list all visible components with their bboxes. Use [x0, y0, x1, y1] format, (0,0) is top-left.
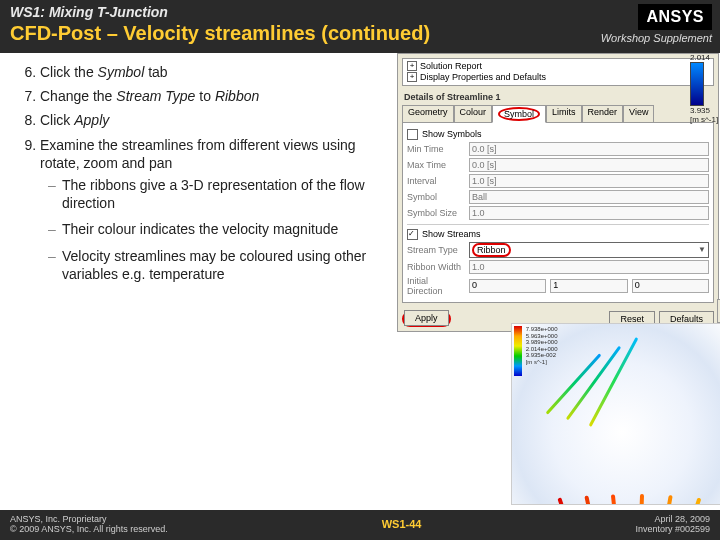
streamline-render: 7.938e+000 5.963e+000 3.989e+000 2.014e+…	[511, 323, 720, 505]
render-legend: 7.938e+000 5.963e+000 3.989e+000 2.014e+…	[514, 326, 558, 376]
color-scale: 2.014 3.935 [m s^-1]	[690, 53, 720, 117]
show-symbols-label: Show Symbols	[422, 129, 482, 139]
max-time-label: Max Time	[407, 160, 465, 170]
apply-button[interactable]: Apply	[404, 310, 449, 326]
footer-left: ANSYS, Inc. Proprietary © 2009 ANSYS, In…	[10, 514, 168, 534]
screenshot-column: +Solution Report +Display Properties and…	[383, 53, 720, 291]
init-dir-label: Initial Direction	[407, 276, 465, 296]
step-9: Examine the streamlines from different v…	[40, 136, 379, 283]
step-list: Click the Symbol tab Change the Stream T…	[24, 63, 379, 283]
show-streams-checkbox[interactable]	[407, 229, 418, 240]
ribbon-stroke	[611, 494, 633, 505]
expand-icon[interactable]: +	[407, 72, 417, 82]
ribbon-stroke	[584, 495, 623, 505]
ribbon-stroke	[647, 497, 702, 505]
footer-right: April 28, 2009 Inventory #002599	[635, 514, 710, 534]
init-dir-y[interactable]: 1	[550, 279, 627, 293]
symbol-select[interactable]: Ball	[469, 190, 709, 204]
symbol-label: Symbol	[407, 192, 465, 202]
instructions-column: Click the Symbol tab Change the Stream T…	[0, 53, 383, 291]
min-time-input[interactable]: 0.0 [s]	[469, 142, 709, 156]
sub-1: The ribbons give a 3-D representation of…	[48, 176, 379, 212]
apply-highlight: Apply	[402, 311, 451, 327]
slide: WS1: Mixing T-Junction CFD-Post – Veloci…	[0, 0, 720, 540]
cfdpost-panel: +Solution Report +Display Properties and…	[397, 53, 719, 332]
gradient-bar	[690, 62, 704, 106]
ribbon-stroke	[656, 501, 720, 505]
symbol-tab-body: Show Symbols Min Time0.0 [s] Max Time0.0…	[402, 122, 714, 303]
tab-render[interactable]: Render	[582, 105, 624, 123]
content-area: Click the Symbol tab Change the Stream T…	[0, 53, 720, 291]
symbol-size-label: Symbol Size	[407, 208, 465, 218]
footer-bar: ANSYS, Inc. Proprietary © 2009 ANSYS, In…	[0, 510, 720, 540]
supplement-label: Workshop Supplement	[601, 32, 712, 44]
outline-tree[interactable]: +Solution Report +Display Properties and…	[402, 58, 714, 86]
stream-type-label: Stream Type	[407, 245, 465, 255]
legend-gradient-icon	[514, 326, 522, 376]
details-tabs: Geometry Colour Symbol Limits Render Vie…	[402, 104, 714, 122]
ribbon-width-label: Ribbon Width	[407, 262, 465, 272]
step-8: Click Apply	[40, 111, 379, 129]
ansys-logo: ANSYS	[638, 4, 712, 30]
step-6: Click the Symbol tab	[40, 63, 379, 81]
init-dir-x[interactable]: 0	[469, 279, 546, 293]
step-7: Change the Stream Type to Ribbon	[40, 87, 379, 105]
interval-input[interactable]: 1.0 [s]	[469, 174, 709, 188]
workshop-label: WS1: Mixing T-Junction	[10, 4, 710, 20]
symbol-size-input[interactable]: 1.0	[469, 206, 709, 220]
slide-number: WS1-44	[382, 518, 422, 530]
min-time-label: Min Time	[407, 144, 465, 154]
details-title: Details of Streamline 1	[398, 90, 718, 104]
sub-3: Velocity streamlines may be coloured usi…	[48, 247, 379, 283]
chevron-down-icon: ▼	[698, 245, 706, 254]
symbol-tab-highlight: Symbol	[498, 107, 540, 121]
tab-colour[interactable]: Colour	[454, 105, 493, 123]
ribbon-highlight: Ribbon	[472, 243, 511, 257]
show-symbols-checkbox[interactable]	[407, 129, 418, 140]
max-time-input[interactable]: 0.0 [s]	[469, 158, 709, 172]
show-streams-label: Show Streams	[422, 229, 481, 239]
sub-2: Their colour indicates the velocity magn…	[48, 220, 379, 238]
tab-limits[interactable]: Limits	[546, 105, 582, 123]
tab-symbol[interactable]: Symbol	[492, 105, 546, 123]
tab-view[interactable]: View	[623, 105, 654, 123]
stream-type-select[interactable]: Ribbon ▼	[469, 242, 709, 258]
ribbon-width-input[interactable]: 1.0	[469, 260, 709, 274]
expand-icon[interactable]: +	[407, 61, 417, 71]
ribbon-stroke	[639, 495, 672, 505]
ribbon-stroke	[634, 494, 644, 505]
tab-geometry[interactable]: Geometry	[402, 105, 454, 123]
init-dir-z[interactable]: 0	[632, 279, 709, 293]
sub-list: The ribbons give a 3-D representation of…	[48, 176, 379, 283]
header-bar: WS1: Mixing T-Junction CFD-Post – Veloci…	[0, 0, 720, 53]
interval-label: Interval	[407, 176, 465, 186]
